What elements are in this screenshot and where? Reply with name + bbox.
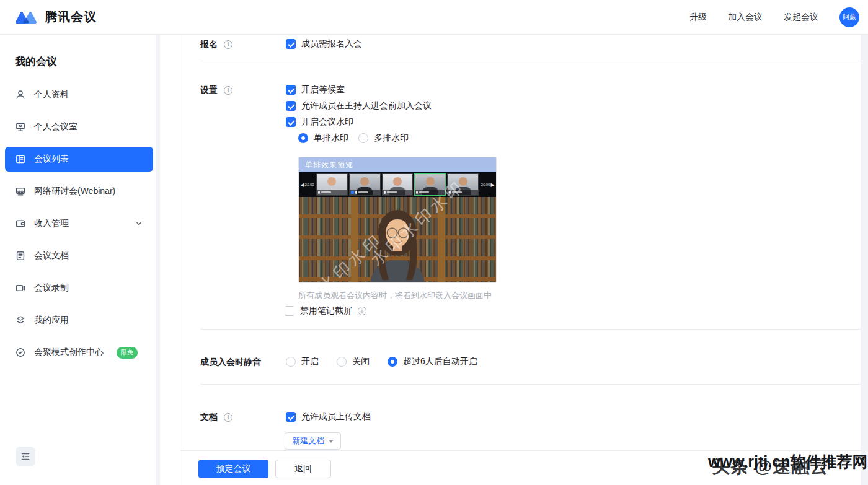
sidebar-item-label: 网络研讨会(Webinar) — [34, 186, 115, 197]
meeting-list-icon — [15, 154, 26, 165]
sidebar-item-my-apps[interactable]: 我的应用 — [5, 308, 153, 333]
divider — [200, 61, 861, 61]
webinar-icon — [15, 186, 26, 197]
join-before-host-checkbox[interactable]: 允许成员在主持人进会前加入会议 — [286, 100, 432, 111]
info-icon[interactable] — [224, 40, 232, 49]
page-scrollbar[interactable] — [861, 35, 868, 485]
sidebar-item-label: 我的应用 — [34, 315, 69, 326]
back-button[interactable]: 返回 — [275, 460, 331, 478]
top-header: 腾讯会议 升级 加入会议 发起会议 阿蕨 — [0, 0, 868, 35]
thumbnail-name-bar — [448, 190, 478, 195]
settings-section-label: 设置 — [200, 85, 232, 96]
preview-media: ◀ 2/100 — [299, 172, 496, 282]
thumbnail-name-bar — [350, 190, 380, 195]
recording-icon — [15, 282, 26, 294]
sidebar-item-creator-center[interactable]: 会聚模式创作中心 限免 — [5, 340, 153, 365]
nav-start-meeting[interactable]: 发起会议 — [784, 12, 818, 23]
creator-center-icon — [15, 347, 26, 358]
sidebar-item-personal-room[interactable]: 个人会议室 — [5, 115, 153, 139]
info-icon[interactable] — [224, 413, 232, 422]
radio-dot — [286, 357, 296, 367]
sidebar-item-meeting-docs[interactable]: 会议文档 — [5, 243, 153, 268]
mute-auto-over-6-radio[interactable]: 超过6人后自动开启 — [388, 356, 477, 367]
collapse-sidebar-button[interactable] — [16, 447, 35, 466]
nav-upgrade[interactable]: 升级 — [689, 12, 707, 23]
docs-section-label: 文档 — [200, 412, 232, 423]
caret-down-icon — [329, 440, 334, 443]
mic-icon — [416, 191, 418, 194]
app-logo: 腾讯会议 — [14, 9, 97, 26]
mute-on-radio[interactable]: 开启 — [286, 356, 319, 367]
sidebar-item-webinar[interactable]: 网络研讨会(Webinar) — [5, 179, 153, 204]
sidebar-item-meeting-list[interactable]: 会议列表 — [5, 147, 153, 172]
participant-name — [419, 191, 429, 193]
sidebar-item-label: 会议列表 — [34, 154, 69, 165]
divider — [200, 329, 861, 330]
allow-upload-docs-checkbox[interactable]: 允许成员上传文档 — [286, 411, 371, 422]
sidebar: 我的会议 个人资料 个人会议室 — [0, 35, 158, 485]
strip-counter-right: 2/100 — [480, 183, 490, 186]
schedule-meeting-button[interactable]: 预定会议 — [198, 460, 268, 478]
participant-name — [452, 191, 462, 193]
participant-name — [321, 191, 331, 193]
watermark-preview-card: 单排效果预览 ◀ 2/100 — [298, 157, 497, 283]
mute-on-entry-label: 成员入会时静音 — [200, 357, 261, 368]
sidebar-item-label: 收入管理 — [34, 218, 69, 229]
video-thumbnail-active-speaker — [414, 173, 446, 196]
single-row-watermark-radio[interactable]: 单排水印 — [298, 133, 348, 144]
free-badge: 限免 — [117, 347, 138, 359]
radio-dot — [388, 357, 397, 367]
checkbox-box — [286, 85, 296, 95]
thumbnail-name-bar — [317, 190, 347, 195]
checkbox-box — [286, 117, 296, 127]
participant-name — [358, 191, 368, 193]
watermark-caption: 所有成员观看会议内容时，将看到水印嵌入会议画面中 — [298, 290, 492, 301]
signup-section-label: 报名 — [200, 39, 232, 50]
radio-dot — [358, 133, 368, 143]
thumbnail-name-bar — [415, 190, 445, 195]
header-nav: 升级 加入会议 发起会议 阿蕨 — [689, 7, 868, 27]
waiting-room-checkbox[interactable]: 开启等候室 — [286, 84, 345, 95]
meeting-watermark-checkbox[interactable]: 开启会议水印 — [286, 116, 353, 128]
sidebar-item-income[interactable]: 收入管理 — [5, 211, 153, 236]
mic-icon — [384, 191, 386, 194]
sidebar-scrollbar[interactable] — [156, 35, 160, 485]
sidebar-item-label: 会议文档 — [34, 250, 69, 261]
multi-row-watermark-radio[interactable]: 多排水印 — [358, 133, 409, 144]
meeting-docs-icon — [15, 250, 26, 261]
host-badge — [351, 191, 354, 194]
user-icon — [15, 89, 26, 100]
mute-off-radio[interactable]: 关闭 — [337, 356, 370, 367]
sidebar-item-label: 会聚模式创作中心 — [34, 347, 104, 358]
speaker-portrait — [348, 197, 447, 282]
info-icon[interactable] — [224, 86, 232, 95]
sidebar-item-label: 个人资料 — [34, 89, 69, 100]
nav-join-meeting[interactable]: 加入会议 — [728, 12, 763, 23]
video-thumbnail-strip: ◀ 2/100 — [299, 172, 496, 197]
sidebar-item-recording[interactable]: 会议录制 — [5, 276, 153, 300]
checkbox-box — [286, 101, 296, 111]
info-icon[interactable] — [358, 307, 366, 315]
meeting-settings-form: 报名 成员需报名入会 设置 开启等候室 允许成员在主持人进会前加入会议 开启会议… — [180, 35, 868, 485]
video-thumbnail — [316, 173, 348, 196]
avatar[interactable]: 阿蕨 — [839, 7, 859, 27]
disable-note-capture-checkbox[interactable]: 禁用笔记截屏 — [285, 305, 366, 317]
video-thumbnail — [349, 173, 381, 196]
personal-room-icon — [15, 121, 26, 133]
sidebar-title: 我的会议 — [15, 55, 158, 69]
right-arrow-icon: ▶ — [490, 182, 494, 188]
my-apps-icon — [15, 315, 26, 326]
footer-divider — [180, 450, 868, 451]
strip-counter-left: 2/100 — [305, 183, 314, 186]
radio-dot — [337, 357, 347, 367]
radio-dot — [298, 133, 308, 143]
checkbox-box — [286, 412, 296, 422]
mic-icon — [318, 191, 320, 194]
mic-icon — [355, 191, 357, 194]
video-thumbnail — [447, 173, 479, 196]
sidebar-item-profile[interactable]: 个人资料 — [5, 82, 153, 107]
preview-title-bar: 单排效果预览 — [299, 157, 496, 172]
tencent-meeting-app: 腾讯会议 升级 加入会议 发起会议 阿蕨 我的会议 个人资料 — [0, 0, 868, 485]
new-document-button[interactable]: 新建文档 — [285, 432, 341, 450]
signup-required-checkbox[interactable]: 成员需报名入会 — [286, 38, 362, 50]
